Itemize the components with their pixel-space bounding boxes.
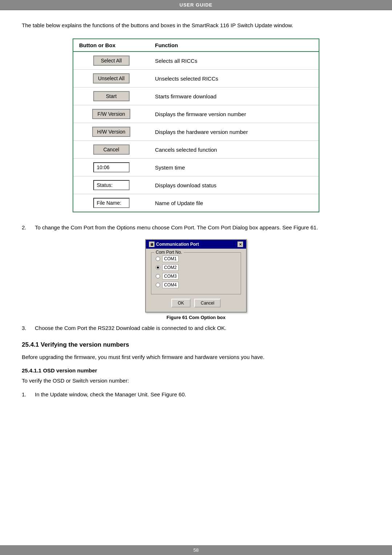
radio-option-com4[interactable]: COM4 — [156, 282, 236, 288]
table-cell-function: Unselects selected RICCs — [149, 70, 319, 87]
table-cell-button: Unselect All — [73, 70, 149, 87]
col1-header: Button or Box — [73, 39, 149, 52]
dialog-titlebar: 🖥 Communication Port ✕ — [146, 240, 246, 249]
input-cell: File Name: — [93, 198, 130, 208]
col2-header: Function — [149, 39, 319, 52]
dialog-buttons-row: OK Cancel — [151, 299, 241, 307]
figure-61-container: 🖥 Communication Port ✕ Com Port No. COM1… — [22, 239, 370, 320]
radio-option-com2[interactable]: COM2 — [156, 264, 236, 271]
figure-caption: Figure 61 Com Option box — [22, 315, 370, 320]
table-cell-button: 10:06 — [73, 159, 149, 176]
radio-label: COM4 — [162, 282, 179, 288]
table-cell-function: Cancels selected function — [149, 141, 319, 159]
radio-label: COM1 — [162, 256, 179, 262]
main-content: The table below explains the functions o… — [0, 10, 392, 417]
function-table: Button or Box Function Select AllSelects… — [73, 38, 319, 212]
table-cell-function: Starts firmware download — [149, 87, 319, 105]
table-row: Select AllSelects all RICCs — [73, 52, 319, 70]
dialog-title: Communication Port — [156, 242, 199, 247]
steps-list-2: 3. Choose the Com Port the RS232 Downloa… — [22, 324, 370, 332]
step-3-text: Choose the Com Port the RS232 Download c… — [35, 324, 226, 332]
table-row: Unselect AllUnselects selected RICCs — [73, 70, 319, 87]
button-cell[interactable]: Select All — [93, 56, 130, 66]
table-cell-button: Start — [73, 87, 149, 105]
button-cell[interactable]: Cancel — [93, 144, 130, 155]
table-cell-function: Selects all RICCs — [149, 52, 319, 70]
table-cell-button: Status: — [73, 176, 149, 194]
radio-circle — [156, 257, 160, 261]
table-row: 10:06System time — [73, 159, 319, 176]
com-port-group-label: Com Port No. — [154, 250, 184, 255]
button-cell[interactable]: Unselect All — [93, 73, 130, 83]
radio-label: COM2 — [162, 264, 179, 271]
table-cell-function: Displays the hardware version number — [149, 123, 319, 141]
table-row: StartStarts firmware download — [73, 87, 319, 105]
radio-circle — [156, 274, 160, 278]
radio-label: COM3 — [162, 273, 179, 279]
header-label: USER GUIDE — [180, 2, 213, 8]
button-cell[interactable]: F/W Version — [92, 109, 130, 119]
table-row: File Name:Name of Update file — [73, 194, 319, 212]
footer-bar: 58 — [0, 545, 392, 555]
com-port-group: Com Port No. COM1COM2COM3COM4 — [151, 252, 241, 294]
sub-step-1-text: In the Update window, check the Manager … — [35, 390, 186, 399]
table-cell-button: Select All — [73, 52, 149, 70]
input-cell: Status: — [93, 180, 130, 190]
table-cell-function: System time — [149, 159, 319, 176]
table-cell-button: F/W Version — [73, 105, 149, 123]
steps-list: 2. To change the Com Port from the Optio… — [22, 223, 370, 232]
table-cell-function: Displays download status — [149, 176, 319, 194]
table-cell-function: Displays the firmware version number — [149, 105, 319, 123]
step-2-item: 2. To change the Com Port from the Optio… — [22, 223, 370, 232]
header-bar: USER GUIDE — [0, 0, 392, 10]
dialog-icon: 🖥 — [149, 241, 155, 247]
sub-step-1-item: 1. In the Update window, check the Manag… — [22, 390, 370, 399]
table-cell-function: Name of Update file — [149, 194, 319, 212]
table-row: H/W VersionDisplays the hardware version… — [73, 123, 319, 141]
radio-option-com3[interactable]: COM3 — [156, 273, 236, 279]
input-cell: 10:06 — [93, 162, 130, 172]
step-3-item: 3. Choose the Com Port the RS232 Downloa… — [22, 324, 370, 332]
dialog-body: Com Port No. COM1COM2COM3COM4 OK Cancel — [146, 249, 246, 312]
sub-steps-list: 1. In the Update window, check the Manag… — [22, 390, 370, 399]
dialog-close-button[interactable]: ✕ — [237, 241, 243, 247]
table-row: F/W VersionDisplays the firmware version… — [73, 105, 319, 123]
dialog-cancel-button[interactable]: Cancel — [194, 299, 221, 307]
intro-paragraph: The table below explains the functions o… — [22, 21, 370, 30]
table-header-row: Button or Box Function — [73, 39, 319, 52]
table-row: CancelCancels selected function — [73, 141, 319, 159]
button-cell[interactable]: H/W Version — [92, 127, 131, 137]
button-cell[interactable]: Start — [93, 91, 130, 101]
step-2-text: To change the Com Port from the Options … — [35, 223, 318, 232]
section-intro: Before upgrading the firmware, you must … — [22, 353, 370, 362]
dialog-ok-button[interactable]: OK — [171, 299, 191, 307]
table-cell-button: Cancel — [73, 141, 149, 159]
page-number: 58 — [193, 547, 199, 553]
communication-port-dialog: 🖥 Communication Port ✕ Com Port No. COM1… — [145, 239, 247, 313]
section-heading-25-4-1: 25.4.1 Verifying the version numbers — [22, 341, 370, 348]
table-cell-button: File Name: — [73, 194, 149, 212]
radio-option-com1[interactable]: COM1 — [156, 256, 236, 262]
table-cell-button: H/W Version — [73, 123, 149, 141]
radio-circle — [156, 265, 160, 270]
radio-circle — [156, 283, 160, 287]
subsection-heading-25-4-1-1: 25.4.1.1 OSD version number — [22, 367, 370, 374]
table-row: Status:Displays download status — [73, 176, 319, 194]
subsection-intro: To verify the OSD or Switch version numb… — [22, 376, 370, 385]
